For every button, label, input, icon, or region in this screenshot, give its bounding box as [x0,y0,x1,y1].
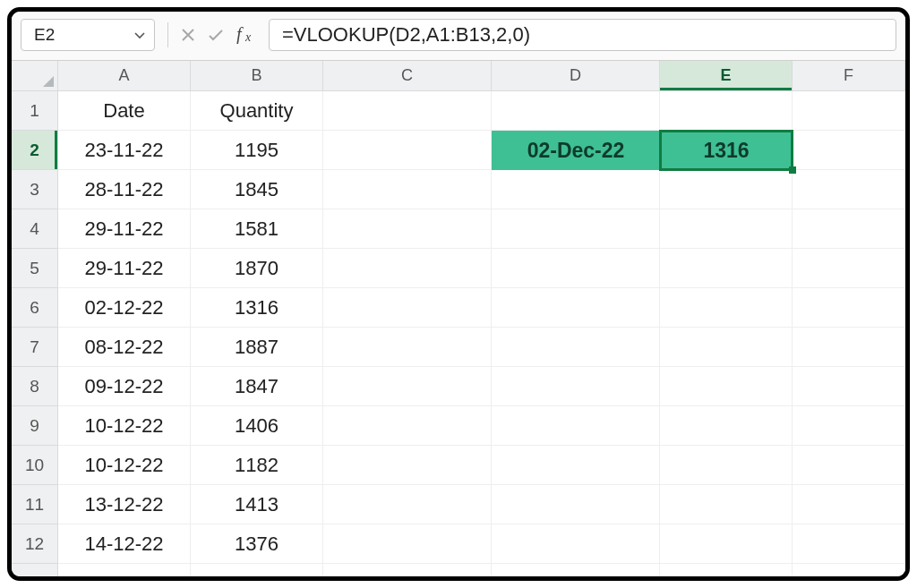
cell-B10[interactable]: 1182 [191,446,323,485]
cell-B5[interactable]: 1870 [191,249,323,288]
cell-D9[interactable] [492,406,660,446]
cell-F10[interactable] [793,446,905,485]
cell-E9[interactable] [660,406,793,446]
cell-D2[interactable]: 02-Dec-22 [492,131,660,170]
cell-C12[interactable] [323,524,492,564]
col-header-F[interactable]: F [793,61,905,91]
cell-F1[interactable] [793,91,905,131]
cell-D6[interactable] [492,288,660,328]
cell-F6[interactable] [793,288,905,328]
cell-B6[interactable]: 1316 [191,288,323,328]
cell-C3[interactable] [323,170,492,209]
cell-C1[interactable] [323,91,492,131]
cell-A1[interactable]: Date [58,91,191,131]
fill-handle[interactable] [789,166,796,174]
row-header[interactable]: 1 [12,91,58,131]
row-header[interactable]: 5 [12,249,58,288]
enter-icon[interactable] [208,29,224,41]
row-header[interactable]: 11 [12,485,58,524]
cell-B2[interactable]: 1195 [191,131,323,170]
cell-E13[interactable] [660,564,793,581]
cell-E4[interactable] [660,209,793,249]
cell-E12[interactable] [660,524,793,564]
cell-E5[interactable] [660,249,793,288]
cell-D12[interactable] [492,524,660,564]
cell-D1[interactable] [492,91,660,131]
col-header-E[interactable]: E [660,61,793,91]
cell-C11[interactable] [323,485,492,524]
cell-B3[interactable]: 1845 [191,170,323,209]
cell-F7[interactable] [793,328,905,367]
cell-A5[interactable]: 29-11-22 [58,249,191,288]
cell-A3[interactable]: 28-11-22 [58,170,191,209]
cell-B12[interactable]: 1376 [191,524,323,564]
row-header[interactable]: 12 [12,524,58,564]
cell-F2[interactable] [793,131,905,170]
cell-D5[interactable] [492,249,660,288]
row-header[interactable]: 8 [12,367,58,406]
cell-A2[interactable]: 23-11-22 [58,131,191,170]
cell-A6[interactable]: 02-12-22 [58,288,191,328]
cell-C8[interactable] [323,367,492,406]
cell-A11[interactable]: 13-12-22 [58,485,191,524]
cell-B8[interactable]: 1847 [191,367,323,406]
row-header[interactable]: 3 [12,170,58,209]
cell-A4[interactable]: 29-11-22 [58,209,191,249]
cell-E8[interactable] [660,367,793,406]
cell-A12[interactable]: 14-12-22 [58,524,191,564]
cell-E2-selected[interactable]: 1316 [660,131,793,170]
col-header-D[interactable]: D [492,61,660,91]
cell-D13[interactable] [492,564,660,581]
cell-E7[interactable] [660,328,793,367]
cell-F3[interactable] [793,170,905,209]
cell-E1[interactable] [660,91,793,131]
cancel-icon[interactable] [181,28,195,42]
cell-B9[interactable]: 1406 [191,406,323,446]
spreadsheet-grid[interactable]: A B C D E F 1 Date Quantity 2 23-11-22 1… [12,61,905,581]
cell-E11[interactable] [660,485,793,524]
row-header[interactable]: 6 [12,288,58,328]
cell-A7[interactable]: 08-12-22 [58,328,191,367]
fx-icon[interactable]: f x [236,26,260,44]
cell-F5[interactable] [793,249,905,288]
cell-D8[interactable] [492,367,660,406]
cell-A8[interactable]: 09-12-22 [58,367,191,406]
cell-D10[interactable] [492,446,660,485]
cell-F12[interactable] [793,524,905,564]
cell-F8[interactable] [793,367,905,406]
cell-A13[interactable]: 20-12-22 [58,564,191,581]
cell-D4[interactable] [492,209,660,249]
row-header[interactable]: 10 [12,446,58,485]
cell-C6[interactable] [323,288,492,328]
cell-F11[interactable] [793,485,905,524]
col-header-B[interactable]: B [191,61,323,91]
select-all-corner[interactable] [12,61,58,91]
cell-C2[interactable] [323,131,492,170]
row-header[interactable]: 13 [12,564,58,581]
cell-D7[interactable] [492,328,660,367]
cell-B4[interactable]: 1581 [191,209,323,249]
cell-D11[interactable] [492,485,660,524]
cell-E6[interactable] [660,288,793,328]
col-header-C[interactable]: C [323,61,492,91]
cell-C4[interactable] [323,209,492,249]
cell-A9[interactable]: 10-12-22 [58,406,191,446]
cell-C7[interactable] [323,328,492,367]
row-header[interactable]: 7 [12,328,58,367]
cell-B13[interactable]: 1384 [191,564,323,581]
row-header[interactable]: 9 [12,406,58,446]
row-header[interactable]: 4 [12,209,58,249]
cell-C13[interactable] [323,564,492,581]
name-box[interactable]: E2 [21,19,155,51]
col-header-A[interactable]: A [58,61,191,91]
cell-D3[interactable] [492,170,660,209]
cell-A10[interactable]: 10-12-22 [58,446,191,485]
row-header[interactable]: 2 [12,131,58,170]
cell-F13[interactable] [793,564,905,581]
cell-C5[interactable] [323,249,492,288]
cell-B1[interactable]: Quantity [191,91,323,131]
cell-F4[interactable] [793,209,905,249]
cell-B7[interactable]: 1887 [191,328,323,367]
formula-input[interactable]: =VLOOKUP(D2,A1:B13,2,0) [269,19,896,51]
cell-C10[interactable] [323,446,492,485]
